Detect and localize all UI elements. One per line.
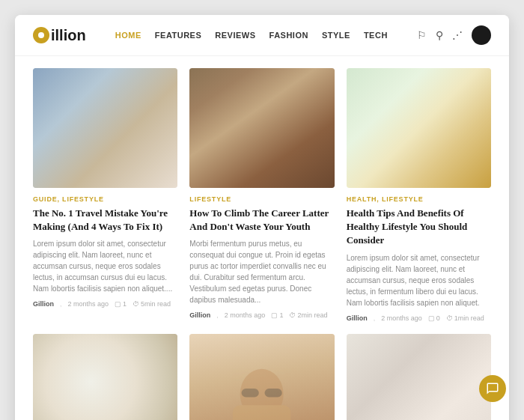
article-footer-travel: Gillion , 2 months ago ▢ 1 ⏱ 5min read	[33, 300, 177, 308]
health-image-placeholder	[347, 68, 491, 188]
comments-career: ▢ 1	[271, 311, 283, 319]
article-category-career: LIFESTYLE	[189, 195, 334, 203]
article-card-sunglasses	[189, 334, 334, 420]
readtime-travel: ⏱ 5min read	[132, 300, 171, 308]
main-content: GUIDE, LIFESTYLE The No. 1 Travel Mistak…	[15, 56, 509, 420]
article-footer-health: Gillion , 2 months ago ▢ 0 ⏱ 1min read	[347, 314, 491, 322]
svg-rect-1	[233, 405, 290, 420]
nav-style[interactable]: STYLE	[322, 31, 350, 40]
article-excerpt-career: Morbi fermentum purus metus, eu consequa…	[189, 238, 334, 305]
article-card-health: HEALTH, LIFESTYLE Health Tips And Benefi…	[347, 68, 491, 322]
article-image-travel	[33, 68, 177, 188]
article-category-health: HEALTH, LIFESTYLE	[347, 195, 491, 203]
article-excerpt-travel: Lorem ipsum dolor sit amet, consectetur …	[33, 238, 177, 294]
comments-travel: ▢ 1	[115, 300, 127, 308]
top-articles-grid: GUIDE, LIFESTYLE The No. 1 Travel Mistak…	[33, 68, 491, 322]
time-career: 2 months ago	[225, 311, 266, 319]
bottom-articles-grid: 6.8 COOKING, FOOD Heartwarming Dishes Th…	[33, 334, 491, 420]
site-header: illion HOME FEATURES REVIEWS FASHION STY…	[15, 15, 509, 56]
chat-fab-button[interactable]	[479, 375, 506, 402]
nav-fashion[interactable]: FASHION	[269, 31, 308, 40]
article-card-workspace	[347, 334, 491, 420]
article-card-heartwarming: 6.8 COOKING, FOOD Heartwarming Dishes Th…	[33, 334, 177, 420]
author-health: Gillion	[347, 314, 368, 322]
career-image-placeholder	[189, 68, 334, 188]
article-image-career	[189, 68, 334, 188]
search-icon[interactable]: ⚲	[436, 29, 443, 42]
nav-features[interactable]: FEATURES	[155, 31, 201, 40]
nav-home[interactable]: HOME	[115, 31, 141, 40]
nav-icons: ⚐ ⚲ ⋰	[417, 25, 491, 45]
bookmark-icon[interactable]: ⚐	[417, 29, 427, 42]
time-travel: 2 months ago	[68, 300, 109, 308]
time-health: 2 months ago	[381, 314, 422, 322]
heartwarming-image-placeholder	[33, 334, 177, 420]
main-nav: HOME FEATURES REVIEWS FASHION STYLE TECH	[115, 31, 388, 40]
article-image-sunglasses	[189, 334, 334, 420]
logo-text: illion	[51, 27, 86, 44]
logo-icon	[33, 27, 49, 43]
author-career: Gillion	[189, 311, 210, 319]
travel-image-placeholder	[33, 68, 177, 188]
article-card-career: LIFESTYLE How To Climb The Career Latter…	[189, 68, 334, 322]
article-footer-career: Gillion , 2 months ago ▢ 1 ⏱ 2min read	[189, 311, 334, 319]
readtime-health: ⏱ 1min read	[446, 314, 484, 322]
nav-tech[interactable]: TECH	[364, 31, 388, 40]
author-travel: Gillion	[33, 300, 54, 308]
article-image-heartwarming: 6.8	[33, 334, 177, 420]
share-icon[interactable]: ⋰	[452, 29, 463, 42]
user-avatar[interactable]	[472, 25, 491, 45]
article-image-workspace	[347, 334, 491, 420]
nav-reviews[interactable]: REVIEWS	[215, 31, 255, 40]
article-title-career[interactable]: How To Climb The Career Latter And Don't…	[189, 207, 334, 234]
comments-health: ▢ 0	[428, 314, 440, 322]
readtime-career: ⏱ 2min read	[289, 311, 327, 319]
sunglasses-image-placeholder	[189, 334, 334, 420]
article-card-travel: GUIDE, LIFESTYLE The No. 1 Travel Mistak…	[33, 68, 177, 322]
article-category-travel: GUIDE, LIFESTYLE	[33, 195, 177, 203]
workspace-image-placeholder	[347, 334, 491, 420]
article-title-health[interactable]: Health Tips And Benefits Of Healthy Life…	[347, 207, 491, 248]
article-title-travel[interactable]: The No. 1 Travel Mistake You're Making (…	[33, 207, 177, 234]
logo[interactable]: illion	[33, 27, 86, 44]
article-image-health	[347, 68, 491, 188]
svg-rect-2	[242, 388, 259, 397]
article-excerpt-health: Lorem ipsum dolor sit amet, consectetur …	[347, 252, 491, 308]
svg-rect-3	[265, 388, 282, 397]
